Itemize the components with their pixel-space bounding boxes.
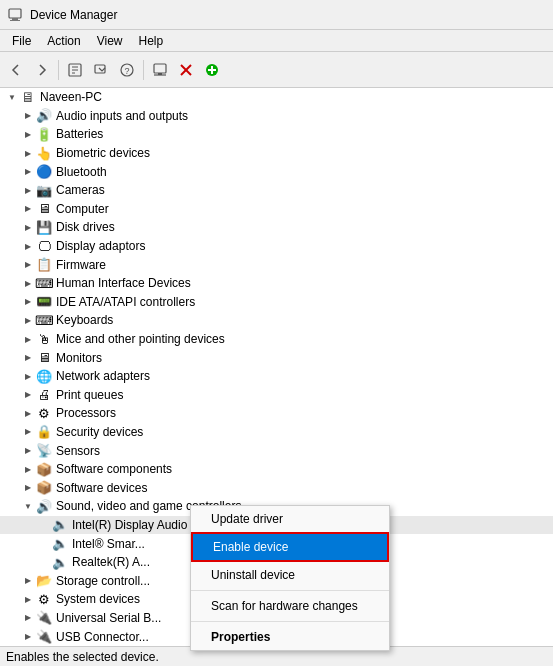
expand-arrow[interactable]	[20, 238, 36, 254]
list-item[interactable]: 📋 Firmware	[0, 255, 553, 274]
camera-icon: 📷	[36, 182, 52, 198]
item-label: Realtek(R) A...	[72, 555, 150, 569]
item-label: System devices	[56, 592, 140, 606]
tree-root[interactable]: 🖥 Naveen-PC	[0, 88, 553, 107]
expand-arrow[interactable]	[20, 405, 36, 421]
list-item[interactable]: 🖨 Print queues	[0, 386, 553, 405]
item-label: Computer	[56, 202, 109, 216]
svg-rect-1	[12, 18, 18, 20]
item-label: Keyboards	[56, 313, 113, 327]
toolbar-add[interactable]	[200, 58, 224, 82]
list-item[interactable]: ⚙ Processors	[0, 404, 553, 423]
list-item[interactable]: 👆 Biometric devices	[0, 144, 553, 163]
ctx-update-driver[interactable]: Update driver	[191, 506, 389, 532]
expand-arrow[interactable]	[20, 331, 36, 347]
ctx-uninstall-device[interactable]: Uninstall device	[191, 562, 389, 588]
expand-arrow[interactable]	[20, 257, 36, 273]
toolbar: ?	[0, 52, 553, 88]
expand-arrow[interactable]	[20, 591, 36, 607]
expand-arrow[interactable]	[20, 424, 36, 440]
expand-arrow[interactable]	[20, 573, 36, 589]
list-item[interactable]: 🔊 Audio inputs and outputs	[0, 107, 553, 126]
list-item[interactable]: ⌨ Human Interface Devices	[0, 274, 553, 293]
item-label: Software components	[56, 462, 172, 476]
expand-leaf	[36, 536, 52, 552]
menu-help[interactable]: Help	[131, 32, 172, 50]
menu-view[interactable]: View	[89, 32, 131, 50]
item-label: Cameras	[56, 183, 105, 197]
battery-icon: 🔋	[36, 126, 52, 142]
list-item[interactable]: 📡 Sensors	[0, 441, 553, 460]
expand-arrow[interactable]	[20, 182, 36, 198]
security-icon: 🔒	[36, 424, 52, 440]
list-item[interactable]: 🔋 Batteries	[0, 125, 553, 144]
ctx-scan-hardware[interactable]: Scan for hardware changes	[191, 593, 389, 619]
ctx-properties[interactable]: Properties	[191, 624, 389, 650]
expand-arrow[interactable]	[20, 480, 36, 496]
item-label: Print queues	[56, 388, 123, 402]
sw-components-icon: 📦	[36, 461, 52, 477]
expand-arrow[interactable]	[20, 145, 36, 161]
item-label: Sensors	[56, 444, 100, 458]
toolbar-forward[interactable]	[30, 58, 54, 82]
list-item[interactable]: 🖱 Mice and other pointing devices	[0, 330, 553, 349]
list-item[interactable]: 🔒 Security devices	[0, 423, 553, 442]
computer-icon: 🖥	[20, 89, 36, 105]
expand-arrow[interactable]	[20, 350, 36, 366]
biometric-icon: 👆	[36, 145, 52, 161]
expand-sound[interactable]	[20, 498, 36, 514]
context-menu: Update driver Enable device Uninstall de…	[190, 505, 390, 651]
expand-arrow[interactable]	[20, 387, 36, 403]
expand-arrow[interactable]	[20, 294, 36, 310]
list-item[interactable]: 🌐 Network adapters	[0, 367, 553, 386]
list-item[interactable]: 🖥 Monitors	[0, 348, 553, 367]
menu-file[interactable]: File	[4, 32, 39, 50]
sensor-icon: 📡	[36, 443, 52, 459]
expand-arrow[interactable]	[20, 443, 36, 459]
list-item[interactable]: ⌨ Keyboards	[0, 311, 553, 330]
menu-action[interactable]: Action	[39, 32, 88, 50]
item-label: Display adaptors	[56, 239, 145, 253]
ctx-divider-1	[191, 590, 389, 591]
expand-leaf	[36, 554, 52, 570]
list-item[interactable]: 📦 Software devices	[0, 478, 553, 497]
list-item[interactable]: 🖥 Computer	[0, 200, 553, 219]
expand-leaf	[36, 517, 52, 533]
list-item[interactable]: 🔵 Bluetooth	[0, 162, 553, 181]
audio-icon: 🔊	[36, 108, 52, 124]
item-label: Network adapters	[56, 369, 150, 383]
toolbar-delete[interactable]	[174, 58, 198, 82]
expand-arrow[interactable]	[20, 201, 36, 217]
toolbar-scan[interactable]	[148, 58, 172, 82]
expand-arrow[interactable]	[20, 164, 36, 180]
item-label: Firmware	[56, 258, 106, 272]
toolbar-properties[interactable]	[63, 58, 87, 82]
expand-arrow[interactable]	[20, 219, 36, 235]
list-item[interactable]: 📷 Cameras	[0, 181, 553, 200]
keyboard-icon: ⌨	[36, 312, 52, 328]
item-label: Bluetooth	[56, 165, 107, 179]
toolbar-update[interactable]	[89, 58, 113, 82]
toolbar-help[interactable]: ?	[115, 58, 139, 82]
item-label: Biometric devices	[56, 146, 150, 160]
expand-arrow[interactable]	[20, 610, 36, 626]
list-item[interactable]: 💾 Disk drives	[0, 218, 553, 237]
usb-connector-icon: 🔌	[36, 629, 52, 645]
sw-devices-icon: 📦	[36, 480, 52, 496]
expand-arrow[interactable]	[20, 368, 36, 384]
app-icon	[8, 7, 24, 23]
expand-arrow[interactable]	[20, 629, 36, 645]
list-item[interactable]: 🖵 Display adaptors	[0, 237, 553, 256]
expand-arrow[interactable]	[20, 108, 36, 124]
bluetooth-icon: 🔵	[36, 164, 52, 180]
expand-arrow[interactable]	[20, 126, 36, 142]
list-item[interactable]: 📟 IDE ATA/ATAPI controllers	[0, 293, 553, 312]
item-label: Universal Serial B...	[56, 611, 161, 625]
expand-arrow[interactable]	[20, 461, 36, 477]
ctx-enable-device[interactable]: Enable device	[191, 532, 389, 562]
computer-icon2: 🖥	[36, 201, 52, 217]
item-label: IDE ATA/ATAPI controllers	[56, 295, 195, 309]
expand-root[interactable]	[4, 89, 20, 105]
toolbar-back[interactable]	[4, 58, 28, 82]
list-item[interactable]: 📦 Software components	[0, 460, 553, 479]
